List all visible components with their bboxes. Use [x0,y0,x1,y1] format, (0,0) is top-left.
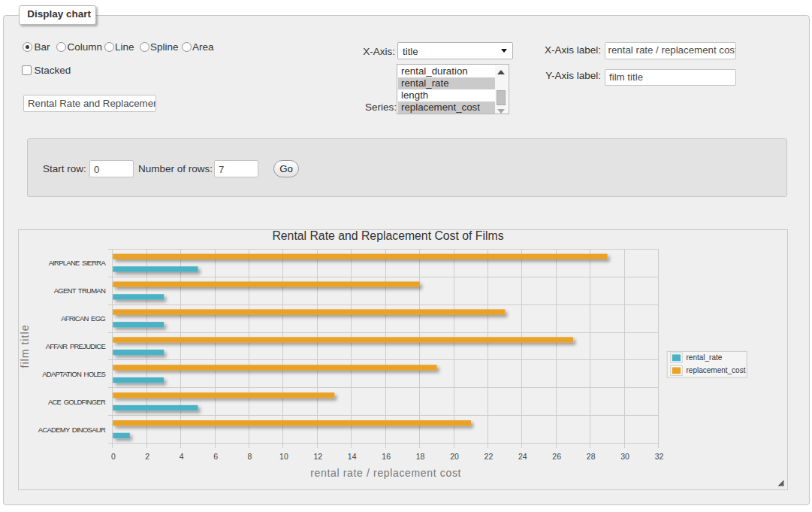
svg-text:ACADEMY DINOSAUR: ACADEMY DINOSAUR [38,426,106,434]
svg-text:rental_rate: rental_rate [687,353,723,362]
svg-text:12: 12 [313,452,322,461]
svg-text:22: 22 [484,452,494,461]
svg-text:14: 14 [348,452,357,461]
svg-text:rental rate / replacement cost: rental rate / replacement cost [310,467,461,479]
svg-text:26: 26 [552,452,561,461]
svg-text:AFFAIR PREJUDICE: AFFAIR PREJUDICE [46,342,106,350]
svg-text:AIRPLANE SIERRA: AIRPLANE SIERRA [49,259,107,267]
svg-text:AGENT TRUMAN: AGENT TRUMAN [54,286,106,295]
svg-text:16: 16 [382,452,391,461]
svg-text:film title: film title [19,325,31,368]
svg-text:32: 32 [655,452,664,461]
svg-text:Rental Rate and Replacement Co: Rental Rate and Replacement Cost of Film… [272,229,503,242]
svg-text:AFRICAN EGG: AFRICAN EGG [61,314,105,323]
svg-text:20: 20 [450,452,459,461]
svg-text:6: 6 [213,452,218,461]
svg-text:28: 28 [587,452,596,461]
svg-text:8: 8 [248,452,252,461]
svg-text:replacement_cost: replacement_cost [687,366,746,374]
svg-text:ACE GOLDFINGER: ACE GOLDFINGER [48,398,106,406]
svg-text:24: 24 [518,452,527,461]
svg-text:4: 4 [180,452,184,461]
svg-text:2: 2 [145,452,149,461]
svg-text:10: 10 [279,452,288,461]
svg-text:0: 0 [111,452,116,461]
svg-text:30: 30 [620,452,629,461]
svg-text:ADAPTATION HOLES: ADAPTATION HOLES [42,370,105,378]
svg-text:18: 18 [416,452,425,461]
